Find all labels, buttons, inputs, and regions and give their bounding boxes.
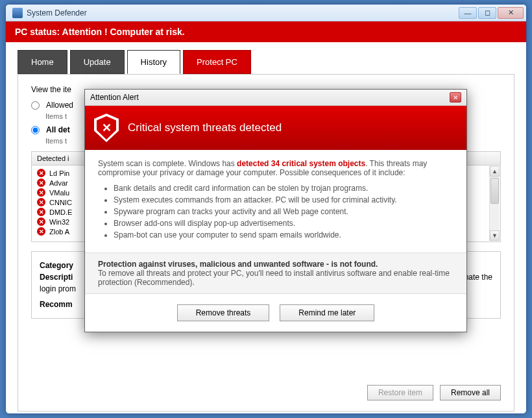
threat-icon: ✕ (37, 208, 45, 216)
tab-home[interactable]: Home (18, 50, 67, 74)
threat-icon: ✕ (37, 178, 45, 187)
tab-protect[interactable]: Protect PC (183, 50, 251, 74)
tabs: Home Update History Protect PC (6, 42, 526, 74)
bullet-item: Spyware program can tracks your activity… (114, 207, 453, 216)
dialog-title: Attention Alert (90, 93, 450, 102)
threat-icon: ✕ (37, 169, 45, 177)
description-label: Descripti (40, 273, 73, 282)
scroll-down-icon[interactable]: ▼ (490, 230, 500, 241)
status-bar: PC status: Attention ! Computer at risk. (6, 21, 526, 42)
radio-allowed[interactable] (31, 101, 40, 110)
app-title: System Defender (27, 8, 459, 18)
category-label: Category (40, 261, 73, 270)
threat-icon: ✕ (37, 217, 45, 226)
dialog-banner: ✕ Critical system threats detected (85, 106, 466, 150)
bullet-item: System executes commands from an attacke… (114, 195, 453, 204)
threat-icon: ✕ (37, 227, 45, 236)
shield-icon: ✕ (94, 114, 119, 142)
maximize-button[interactable]: ◻ (478, 7, 496, 19)
scroll-up-icon[interactable]: ▲ (490, 166, 500, 177)
threat-name: Zlob A (49, 228, 69, 236)
app-icon (12, 8, 23, 18)
dialog-titlebar: Attention Alert ✕ (85, 90, 466, 106)
remove-all-button[interactable]: Remove all (440, 385, 501, 400)
threat-name: DMD.E (49, 208, 72, 216)
intro-highlight: detected 34 critical system objects (237, 159, 365, 168)
note-bold: Protection against viruses, malicious an… (98, 260, 378, 269)
threat-name: CNNIC (49, 199, 72, 206)
minimize-button[interactable]: — (459, 7, 477, 19)
dialog-note: Protection against viruses, malicious an… (85, 252, 466, 294)
titlebar: System Defender — ◻ ✕ (6, 5, 526, 21)
close-button[interactable]: ✕ (498, 7, 524, 19)
dialog-body: System scan is complete. Windows has det… (85, 150, 466, 252)
intro-text-1: System scan is complete. Windows has (98, 159, 237, 168)
bullet-item: Spam-bot can use your computer to send s… (114, 230, 453, 240)
threat-name: Win32 (49, 218, 69, 226)
note-rest: To remove all threats and protect your P… (98, 269, 450, 287)
radio-allowed-label: Allowed (46, 101, 73, 110)
tab-history[interactable]: History (127, 50, 180, 74)
bullet-item: Browser add-ons will display pop-up adve… (114, 219, 453, 228)
alert-dialog: Attention Alert ✕ ✕ Critical system thre… (84, 89, 467, 332)
scrollbar[interactable]: ▲ ▼ (489, 166, 500, 241)
tab-update[interactable]: Update (70, 50, 125, 74)
bullet-item: Bank details and credit card information… (114, 184, 453, 193)
threat-name: Ld Pin (49, 169, 69, 177)
remove-threats-button[interactable]: Remove threats (177, 304, 270, 321)
remind-later-button[interactable]: Remind me later (280, 304, 374, 321)
dialog-close-button[interactable]: ✕ (450, 92, 461, 103)
radio-all-label: All det (46, 125, 70, 134)
threat-name: VMalu (49, 189, 69, 197)
dialog-banner-text: Critical system threats detected (128, 121, 282, 134)
description-tail: nate the (465, 273, 492, 282)
scroll-thumb[interactable] (490, 178, 499, 204)
threat-name: Advar (49, 179, 68, 187)
restore-button[interactable]: Restore item (367, 385, 433, 400)
recommendation-label: Recomm (40, 300, 73, 309)
radio-all[interactable] (31, 126, 40, 134)
threat-icon: ✕ (37, 188, 45, 197)
threat-icon: ✕ (37, 198, 45, 206)
